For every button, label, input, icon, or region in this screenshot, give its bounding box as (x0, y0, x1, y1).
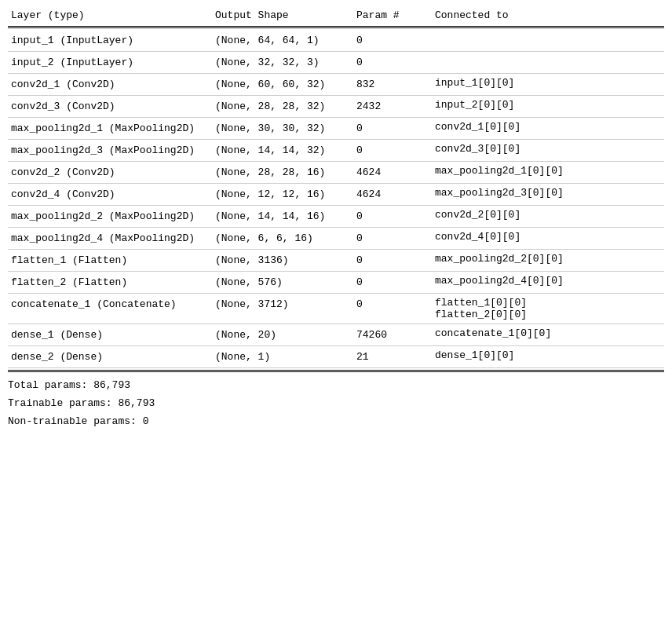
output-shape: (None, 3136) (212, 253, 353, 268)
param-count: 0 (353, 209, 432, 224)
table-row: input_2 (InputLayer)(None, 32, 32, 3)0 (8, 52, 664, 73)
connected-to: dense_1[0][0] (432, 349, 664, 364)
output-shape: (None, 64, 64, 1) (212, 33, 353, 48)
table-row: concatenate_1 (Concatenate)(None, 3712)0… (8, 294, 664, 323)
col-params-header: Param # (353, 8, 432, 23)
connected-layer: input_1[0][0] (432, 77, 664, 89)
table-row: max_pooling2d_4 (MaxPooling2D)(None, 6, … (8, 228, 664, 249)
connected-to: conv2d_1[0][0] (432, 121, 664, 136)
non-trainable-params: Non-trainable params: 0 (8, 413, 664, 431)
model-summary-footer: Total params: 86,793 Trainable params: 8… (8, 377, 664, 430)
table-row: flatten_2 (Flatten)(None, 576)0max_pooli… (8, 272, 664, 293)
output-shape: (None, 6, 6, 16) (212, 231, 353, 246)
table-row: dense_1 (Dense)(None, 20)74260concatenat… (8, 324, 664, 345)
param-count: 0 (353, 55, 432, 70)
output-shape: (None, 14, 14, 16) (212, 209, 353, 224)
param-count: 0 (353, 33, 432, 48)
layer-name: concatenate_1 (Concatenate) (8, 297, 212, 320)
connected-layer: conv2d_3[0][0] (432, 143, 664, 155)
total-params: Total params: 86,793 (8, 377, 664, 395)
connected-layer: flatten_1[0][0] (432, 297, 664, 309)
output-shape: (None, 20) (212, 327, 353, 342)
output-shape: (None, 3712) (212, 297, 353, 320)
table-row: flatten_1 (Flatten)(None, 3136)0max_pool… (8, 250, 664, 271)
layer-name: flatten_1 (Flatten) (8, 253, 212, 268)
layer-name: max_pooling2d_2 (MaxPooling2D) (8, 209, 212, 224)
table-body: input_1 (InputLayer)(None, 64, 64, 1)0in… (8, 30, 664, 368)
output-shape: (None, 576) (212, 275, 353, 290)
table-row: conv2d_4 (Conv2D)(None, 12, 12, 16)4624m… (8, 184, 664, 205)
table-row: max_pooling2d_1 (MaxPooling2D)(None, 30,… (8, 118, 664, 139)
output-shape: (None, 32, 32, 3) (212, 55, 353, 70)
output-shape: (None, 28, 28, 16) (212, 165, 353, 180)
connected-layer: conv2d_1[0][0] (432, 121, 664, 133)
output-shape: (None, 1) (212, 349, 353, 364)
connected-to: concatenate_1[0][0] (432, 327, 664, 342)
table-row: conv2d_1 (Conv2D)(None, 60, 60, 32)832in… (8, 74, 664, 95)
connected-to: max_pooling2d_1[0][0] (432, 165, 664, 180)
param-count: 21 (353, 349, 432, 364)
layer-name: max_pooling2d_3 (MaxPooling2D) (8, 143, 212, 158)
layer-name: conv2d_1 (Conv2D) (8, 77, 212, 92)
table-row: conv2d_3 (Conv2D)(None, 28, 28, 32)2432i… (8, 96, 664, 117)
table-row: conv2d_2 (Conv2D)(None, 28, 28, 16)4624m… (8, 162, 664, 183)
param-count: 0 (353, 253, 432, 268)
connected-layer: flatten_2[0][0] (432, 309, 664, 320)
row-separator (8, 367, 664, 368)
connected-layer: dense_1[0][0] (432, 349, 664, 361)
header-separator-top (8, 26, 664, 28)
trainable-params: Trainable params: 86,793 (8, 395, 664, 413)
connected-layer: max_pooling2d_4[0][0] (432, 275, 664, 287)
param-count: 0 (353, 121, 432, 136)
connected-layer: conv2d_4[0][0] (432, 231, 664, 243)
param-count: 4624 (353, 187, 432, 202)
output-shape: (None, 14, 14, 32) (212, 143, 353, 158)
connected-to: conv2d_3[0][0] (432, 143, 664, 158)
param-count: 4624 (353, 165, 432, 180)
layer-name: conv2d_4 (Conv2D) (8, 187, 212, 202)
layer-name: input_1 (InputLayer) (8, 33, 212, 48)
param-count: 0 (353, 231, 432, 246)
connected-to: input_1[0][0] (432, 77, 664, 92)
output-shape: (None, 30, 30, 32) (212, 121, 353, 136)
param-count: 0 (353, 297, 432, 320)
table-row: input_1 (InputLayer)(None, 64, 64, 1)0 (8, 30, 664, 51)
connected-to: max_pooling2d_4[0][0] (432, 275, 664, 290)
footer-separator (8, 370, 664, 372)
connected-layer: concatenate_1[0][0] (432, 327, 664, 339)
col-layer-header: Layer (type) (8, 8, 212, 23)
param-count: 2432 (353, 99, 432, 114)
table-row: max_pooling2d_2 (MaxPooling2D)(None, 14,… (8, 206, 664, 227)
col-connected-header: Connected to (432, 8, 664, 23)
connected-layer: max_pooling2d_3[0][0] (432, 187, 664, 199)
connected-layer: max_pooling2d_1[0][0] (432, 165, 664, 177)
connected-to (432, 33, 664, 48)
output-shape: (None, 28, 28, 32) (212, 99, 353, 114)
layer-name: dense_1 (Dense) (8, 327, 212, 342)
param-count: 0 (353, 275, 432, 290)
connected-to: flatten_1[0][0]flatten_2[0][0] (432, 297, 664, 320)
connected-to: conv2d_2[0][0] (432, 209, 664, 224)
param-count: 0 (353, 143, 432, 158)
table-row: max_pooling2d_3 (MaxPooling2D)(None, 14,… (8, 140, 664, 161)
connected-layer: conv2d_2[0][0] (432, 209, 664, 221)
col-output-header: Output Shape (212, 8, 353, 23)
connected-to: conv2d_4[0][0] (432, 231, 664, 246)
param-count: 832 (353, 77, 432, 92)
connected-layer: max_pooling2d_2[0][0] (432, 253, 664, 265)
layer-name: flatten_2 (Flatten) (8, 275, 212, 290)
layer-name: input_2 (InputLayer) (8, 55, 212, 70)
layer-name: max_pooling2d_1 (MaxPooling2D) (8, 121, 212, 136)
model-summary-table: Layer (type) Output Shape Param # Connec… (8, 6, 664, 430)
connected-to: max_pooling2d_2[0][0] (432, 253, 664, 268)
connected-to: max_pooling2d_3[0][0] (432, 187, 664, 202)
connected-to: input_2[0][0] (432, 99, 664, 114)
table-header: Layer (type) Output Shape Param # Connec… (8, 6, 664, 24)
connected-layer: input_2[0][0] (432, 99, 664, 111)
param-count: 74260 (353, 327, 432, 342)
connected-to (432, 55, 664, 70)
output-shape: (None, 60, 60, 32) (212, 77, 353, 92)
output-shape: (None, 12, 12, 16) (212, 187, 353, 202)
layer-name: dense_2 (Dense) (8, 349, 212, 364)
table-row: dense_2 (Dense)(None, 1)21dense_1[0][0] (8, 346, 664, 367)
